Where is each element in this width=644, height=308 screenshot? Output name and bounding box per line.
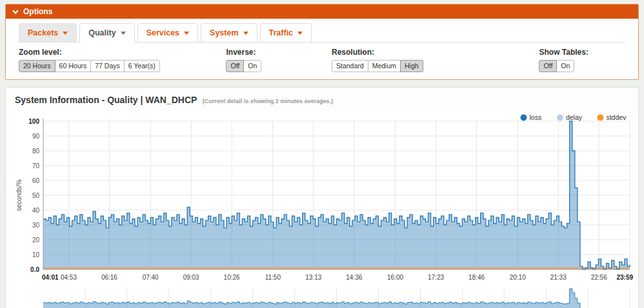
zoom-level-group: 20 Hours 60 Hours 77 Days 6 Year(s): [19, 60, 160, 72]
options-panel-body: Packets Quality Services System Traffic: [6, 19, 638, 79]
svg-text:09:03: 09:03: [183, 274, 199, 281]
resolution-standard-button[interactable]: Standard: [332, 60, 368, 72]
category-tabs: Packets Quality Services System Traffic: [19, 23, 625, 43]
svg-text:delay: delay: [566, 113, 583, 121]
quality-chart[interactable]: 1009080706050403020100.0seconds/%04:0104…: [8, 111, 641, 308]
options-controls: Zoom level: 20 Hours 60 Hours 77 Days 6 …: [19, 48, 625, 72]
svg-text:100: 100: [28, 118, 39, 125]
chevron-down-icon: [12, 10, 19, 14]
svg-text:30: 30: [32, 222, 40, 229]
zoom-60hours-button[interactable]: 60 Hours: [55, 60, 92, 72]
resolution-medium-button[interactable]: Medium: [368, 60, 401, 72]
svg-text:20:10: 20:10: [510, 274, 526, 281]
svg-text:21:33: 21:33: [550, 274, 567, 281]
svg-text:50: 50: [32, 192, 40, 199]
mini-chart-brush[interactable]: [43, 289, 630, 308]
tab-services-label: Services: [146, 28, 179, 37]
chevron-down-icon: [184, 32, 189, 35]
svg-text:11:50: 11:50: [265, 274, 281, 281]
quality-graph-header: System Information - Quality | WAN_DHCP …: [6, 88, 638, 111]
zoom-6years-button[interactable]: 6 Year(s): [124, 60, 160, 72]
svg-text:90: 90: [32, 133, 40, 140]
tab-services[interactable]: Services: [137, 23, 198, 42]
tab-quality[interactable]: Quality: [79, 23, 134, 43]
tab-packets[interactable]: Packets: [19, 23, 77, 42]
svg-text:07:40: 07:40: [143, 274, 159, 281]
graph-title: System Information - Quality | WAN_DHCP: [15, 95, 197, 105]
svg-text:06:16: 06:16: [101, 274, 117, 281]
tab-traffic[interactable]: Traffic: [260, 23, 312, 42]
svg-text:14:36: 14:36: [346, 274, 362, 281]
resolution-group: Standard Medium High: [332, 60, 423, 72]
tab-traffic-label: Traffic: [269, 28, 294, 37]
y-axis-label: seconds/%: [15, 179, 23, 211]
show-tables-on-button[interactable]: On: [556, 60, 574, 72]
show-tables-group: Off On: [539, 60, 574, 72]
zoom-20hours-button[interactable]: 20 Hours: [19, 60, 55, 72]
svg-text:17:23: 17:23: [428, 274, 444, 281]
options-panel-header[interactable]: Options: [6, 5, 638, 19]
chevron-down-icon: [63, 32, 68, 35]
zoom-level-label: Zoom level:: [19, 48, 226, 57]
y-tick-labels: 1009080706050403020100.0: [28, 118, 39, 273]
svg-text:stddev: stddev: [606, 113, 627, 121]
show-tables-off-button[interactable]: Off: [539, 60, 557, 72]
tab-quality-label: Quality: [88, 28, 116, 37]
svg-text:04:53: 04:53: [61, 274, 77, 281]
chevron-down-icon: [243, 32, 248, 35]
svg-text:40: 40: [32, 207, 40, 214]
svg-text:20: 20: [32, 236, 40, 244]
svg-text:13:13: 13:13: [305, 274, 321, 281]
inverse-label: Inverse:: [226, 48, 332, 57]
svg-text:loss: loss: [530, 113, 542, 121]
resolution-high-button[interactable]: High: [400, 60, 423, 72]
inverse-group: Off On: [226, 60, 261, 72]
x-tick-labels: 04:0104:5306:1607:4009:0310:2611:5013:13…: [42, 274, 633, 281]
graph-subtitle: (Current detail is showing 2 minutes ave…: [203, 98, 333, 104]
chevron-down-icon: [297, 32, 303, 35]
zoom-77days-button[interactable]: 77 Days: [90, 60, 125, 72]
inverse-off-button[interactable]: Off: [226, 60, 244, 72]
svg-text:10:26: 10:26: [224, 274, 240, 281]
svg-text:22:56: 22:56: [591, 274, 607, 281]
svg-text:0.0: 0.0: [30, 266, 39, 273]
svg-text:70: 70: [32, 162, 40, 169]
svg-text:60: 60: [32, 177, 40, 184]
tab-packets-label: Packets: [28, 28, 58, 37]
svg-text:16:00: 16:00: [387, 274, 403, 281]
resolution-label: Resolution:: [332, 48, 539, 57]
chart-legend: stddevdelayloss: [521, 113, 627, 121]
options-panel: Options Packets Quality Services System …: [5, 4, 639, 80]
inverse-on-button[interactable]: On: [243, 60, 261, 72]
svg-text:04:01: 04:01: [42, 274, 59, 281]
tab-system[interactable]: System: [201, 23, 257, 42]
svg-text:18:46: 18:46: [468, 274, 485, 281]
options-title: Options: [23, 7, 52, 16]
svg-text:23:59: 23:59: [616, 274, 633, 281]
tab-system-label: System: [210, 28, 238, 37]
svg-text:80: 80: [32, 148, 40, 155]
svg-text:10: 10: [32, 251, 40, 258]
chevron-down-icon: [121, 32, 126, 35]
quality-graph-body: 1009080706050403020100.0seconds/%04:0104…: [6, 111, 638, 308]
show-tables-label: Show Tables:: [539, 48, 625, 57]
quality-graph-panel: System Information - Quality | WAN_DHCP …: [5, 87, 639, 308]
